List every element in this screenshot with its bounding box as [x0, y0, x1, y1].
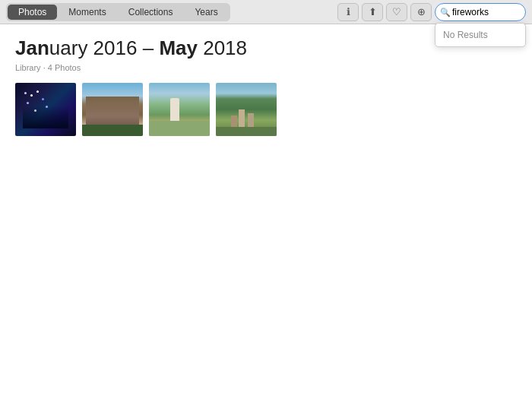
- photo-thumbnail[interactable]: [216, 83, 277, 136]
- toolbar-actions: ℹ ⬆ ♡ ⊕ 🔍 No Results: [337, 3, 526, 21]
- tab-group: Photos Moments Collections Years: [6, 3, 230, 21]
- photo-thumbnail[interactable]: [15, 83, 76, 136]
- tab-years[interactable]: Years: [184, 5, 228, 20]
- toolbar: Photos Moments Collections Years ℹ ⬆ ♡ ⊕…: [0, 0, 532, 24]
- date-start: January 2016 – May 2018: [15, 36, 247, 59]
- main-content: January 2016 – May 2018 Library · 4 Phot…: [0, 24, 532, 399]
- no-results-message: No Results: [435, 27, 525, 43]
- favorite-button[interactable]: ♡: [386, 3, 407, 21]
- share-icon: ⬆: [369, 6, 377, 17]
- tab-moments[interactable]: Moments: [58, 5, 116, 20]
- search-container: 🔍 No Results: [435, 3, 526, 21]
- photo-thumbnail[interactable]: [149, 83, 210, 136]
- tab-photos[interactable]: Photos: [8, 5, 57, 20]
- share-button[interactable]: ⬆: [362, 3, 383, 21]
- info-icon: ℹ: [347, 6, 350, 17]
- search-input[interactable]: [435, 3, 526, 21]
- search-dropdown: No Results: [435, 23, 526, 47]
- photo-grid: [15, 83, 517, 136]
- add-icon: ⊕: [417, 6, 426, 17]
- library-info: Library · 4 Photos: [15, 63, 517, 72]
- heart-icon: ♡: [392, 6, 401, 17]
- photo-thumbnail[interactable]: [82, 83, 143, 136]
- add-to-button[interactable]: ⊕: [410, 3, 432, 21]
- tab-collections[interactable]: Collections: [118, 5, 184, 20]
- info-button[interactable]: ℹ: [337, 3, 359, 21]
